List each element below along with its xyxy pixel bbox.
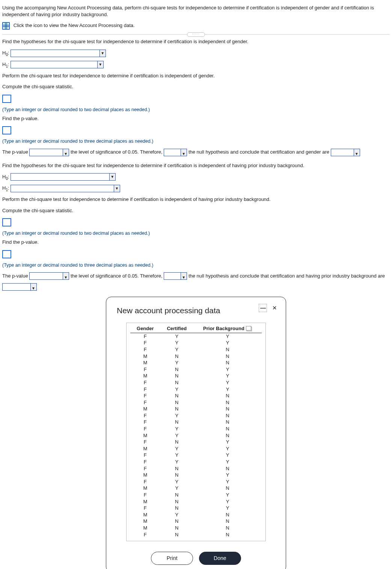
q2-pvalue-input[interactable] [2,250,11,258]
q1-hypotheses-prompt: Find the hypotheses for the chi-square t… [2,38,390,45]
print-button[interactable]: Print [151,552,193,565]
copy-icon[interactable] [247,327,252,331]
q1-compare-dropdown[interactable] [29,149,69,156]
icon-instruction: Click the icon to view the New Account P… [14,23,135,29]
q1-conclusion-dropdown[interactable] [331,149,360,156]
table-row: FNY [130,492,262,498]
table-row: MNY [130,472,262,478]
table-row: MNN [130,525,262,531]
q1-h0-dropdown[interactable] [11,50,106,57]
table-row: FYN [130,346,262,353]
q2-chisq-input[interactable] [2,218,11,226]
table-row: MYN [130,512,262,518]
table-row: FNN [130,465,262,472]
q2-sent-a: The p-value [2,273,29,279]
table-row: MYY [130,445,262,452]
table-row: MYN [130,359,262,366]
table-row: FYN [130,426,262,432]
q2-sent-c: the null hypothesis and conclude that ce… [188,273,385,279]
col-gender: Gender [130,324,160,333]
table-row: FNN [130,531,262,538]
data-popup: — ✕ New account processing data Gender C… [106,297,286,569]
q1-sent-a: The p-value [2,149,29,155]
q1-chisq-hint: (Type an integer or decimal rounded to t… [2,107,390,113]
q1-chisq-input[interactable] [2,95,11,103]
intro-text: Using the accompanying New Account Proce… [2,5,390,18]
col-prior-background: Prior Background [193,324,262,333]
table-row: MNN [130,518,262,525]
q2-compare-dropdown[interactable] [29,272,69,280]
table-row: FNY [130,366,262,373]
table-row: FNN [130,419,262,426]
done-button[interactable]: Done [199,552,241,565]
data-table: Gender Certified Prior Background FYYFYY… [130,324,262,538]
table-row: FYY [130,459,262,465]
table-row: FNN [130,399,262,406]
q2-chisq-hint: (Type an integer or decimal rounded to t… [2,230,390,237]
q1-h1-dropdown[interactable] [11,61,104,68]
h0-label-2: H0: [2,174,9,180]
h0-label: H0: [2,50,9,56]
table-row: FNY [130,505,262,512]
col-certified: Certified [160,324,193,333]
h1-label-2: H1: [2,185,9,191]
q2-perform: Perform the chi-square test for independ… [2,196,390,203]
q2-compute: Compute the chi-square statistic. [2,207,390,214]
q2-pvalue-hint: (Type an integer or decimal rounded to t… [2,262,390,269]
table-row: FYY [130,386,262,393]
close-icon[interactable]: ✕ [271,304,278,312]
table-row: MYN [130,432,262,439]
table-row: FNY [130,439,262,445]
separator-handle: ····· [187,32,205,37]
q1-sent-b: the level of significance of 0.05. There… [71,149,164,155]
h1-label: H1: [2,62,9,67]
table-row: MNN [130,406,262,412]
table-row: MNN [130,353,262,360]
q2-decision-dropdown[interactable] [164,272,187,280]
q2-h1-dropdown[interactable] [11,185,120,192]
q2-sent-b: the level of significance of 0.05. There… [71,273,164,279]
minimize-icon[interactable]: — [259,304,267,312]
table-row: MNY [130,498,262,505]
q1-decision-dropdown[interactable] [164,149,187,156]
q1-findp: Find the p-value. [2,115,390,122]
q1-pvalue-input[interactable] [2,126,11,134]
table-icon[interactable] [2,22,10,30]
table-row: MYN [130,485,262,492]
table-row: FYY [130,478,262,485]
q2-findp: Find the p-value. [2,239,390,246]
q1-sent-c: the null hypothesis and conclude that ce… [188,149,331,155]
q2-hypotheses-prompt: Find the hypotheses for the chi-square t… [2,162,390,169]
table-row: FYY [130,452,262,459]
q1-perform: Perform the chi-square test for independ… [2,72,390,79]
popup-title: New account processing data [117,305,275,316]
q1-compute: Compute the chi-square statistic. [2,83,390,90]
q2-h0-dropdown[interactable] [11,173,116,181]
q2-conclusion-dropdown[interactable] [2,283,37,291]
table-row: FNN [130,392,262,399]
q1-pvalue-hint: (Type an integer or decimal rounded to t… [2,138,390,145]
table-row: FYN [130,412,262,419]
table-row: MNY [130,373,262,379]
table-row: FYY [130,340,262,346]
table-row: FNY [130,379,262,386]
table-row: FYY [130,333,262,340]
